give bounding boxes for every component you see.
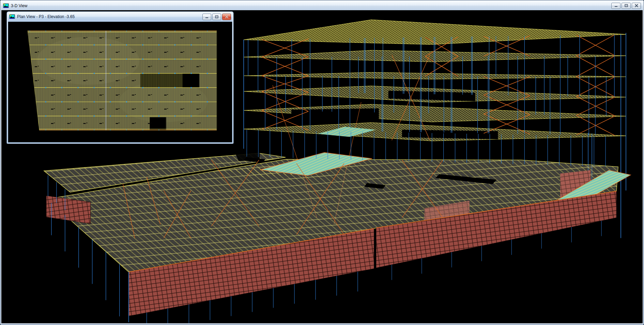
plan-view-titlebar[interactable]: Plan View - P3 - Elevation -3.65 bbox=[8, 12, 232, 21]
screenshot-stage: 3-D View bbox=[0, 0, 644, 325]
view-3d-window-icon bbox=[3, 3, 9, 9]
plan-view-client-area bbox=[8, 21, 232, 143]
restore-button[interactable] bbox=[622, 3, 631, 9]
minimize-button[interactable] bbox=[611, 3, 620, 9]
close-icon bbox=[635, 4, 638, 7]
restore-icon bbox=[625, 4, 628, 7]
close-icon bbox=[225, 15, 229, 18]
plan-window-controls bbox=[202, 14, 231, 20]
minimize-icon bbox=[614, 4, 618, 7]
main-window-title: 3-D View bbox=[11, 3, 27, 8]
main-titlebar[interactable]: 3-D View bbox=[1, 1, 643, 10]
main-window-controls bbox=[611, 3, 641, 9]
restore-icon bbox=[215, 15, 218, 18]
plan-close-button[interactable] bbox=[222, 14, 231, 20]
plan-minimize-button[interactable] bbox=[202, 14, 211, 20]
minimize-icon bbox=[205, 15, 209, 18]
plan-view-title: Plan View - P3 - Elevation -3.65 bbox=[17, 14, 75, 19]
plan-view-window-icon bbox=[9, 14, 15, 19]
3d-view-client-area: Plan View - P3 - Elevation -3.65 bbox=[1, 10, 643, 323]
plan-restore-button[interactable] bbox=[212, 14, 221, 20]
plan-view-viewport[interactable] bbox=[8, 22, 232, 142]
main-window: 3-D View bbox=[0, 0, 644, 325]
close-button[interactable] bbox=[632, 3, 641, 9]
plan-view-window[interactable]: Plan View - P3 - Elevation -3.65 bbox=[6, 11, 234, 144]
